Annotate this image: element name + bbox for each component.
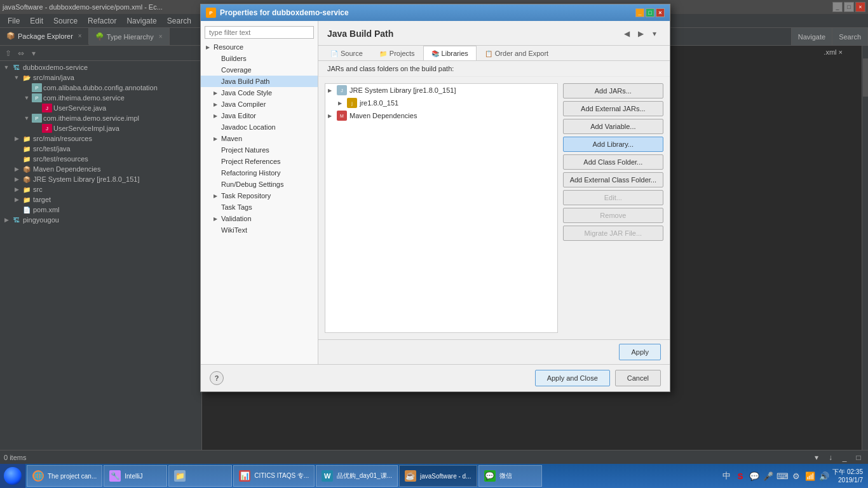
nav-javadoc-location[interactable]: Javadoc Location bbox=[201, 121, 318, 133]
dialog-close-button[interactable]: × bbox=[656, 8, 665, 17]
apply-row: Apply bbox=[318, 339, 670, 364]
jar-lib-icon: j bbox=[347, 98, 357, 108]
dialog-overlay: P Properties for dubboxdemo-service _ □ … bbox=[0, 0, 868, 488]
nav-java-build-path[interactable]: Java Build Path bbox=[201, 76, 318, 87]
dialog-title-icon: P bbox=[206, 8, 216, 18]
nav-expand-arrow: ▶ bbox=[214, 90, 221, 96]
section-title: Java Build Path bbox=[327, 29, 393, 39]
maven-lib-icon: M bbox=[337, 111, 347, 121]
nav-expand-arrow: ▶ bbox=[214, 113, 221, 119]
jre-lib-icon: J bbox=[337, 85, 347, 95]
dialog-nav: ▶ Resource Builders Coverage Java Build … bbox=[201, 21, 318, 364]
nav-validation[interactable]: ▶ Validation bbox=[201, 213, 318, 224]
add-library-button[interactable]: Add Library... bbox=[563, 137, 663, 152]
nav-refactoring-history[interactable]: Refactoring History bbox=[201, 167, 318, 179]
nav-forward-button[interactable]: ▶ bbox=[634, 27, 647, 40]
lib-expand-icon: ▶ bbox=[338, 100, 347, 106]
projects-tab-icon: 📁 bbox=[379, 50, 387, 57]
nav-maven[interactable]: ▶ Maven bbox=[201, 133, 318, 144]
nav-dropdown-button[interactable]: ▾ bbox=[648, 27, 661, 40]
dialog-maximize-button[interactable]: □ bbox=[646, 8, 654, 17]
nav-expand-arrow: ▶ bbox=[214, 193, 221, 199]
nav-resource[interactable]: ▶ Resource bbox=[201, 41, 318, 53]
lib-item-maven[interactable]: ▶ M Maven Dependencies bbox=[325, 109, 557, 122]
source-tab-icon: 📄 bbox=[330, 50, 338, 57]
lib-item-jre151[interactable]: ▶ j jre1.8.0_151 bbox=[325, 97, 557, 109]
order-export-tab-icon: 📋 bbox=[485, 50, 492, 57]
tab-order-export[interactable]: 📋 Order and Export bbox=[477, 46, 557, 60]
tab-source[interactable]: 📄 Source bbox=[322, 46, 371, 60]
lib-expand-icon: ▶ bbox=[328, 88, 337, 93]
dialog-minimize-button[interactable]: _ bbox=[635, 8, 644, 17]
nav-expand-arrow: ▶ bbox=[214, 136, 221, 142]
help-button[interactable]: ? bbox=[210, 371, 224, 385]
dialog-content-tabs: 📄 Source 📁 Projects 📚 Libraries 📋 Order … bbox=[318, 46, 670, 61]
nav-expand-arrow: ▶ bbox=[206, 44, 214, 50]
nav-builders[interactable]: Builders bbox=[201, 53, 318, 64]
properties-dialog: P Properties for dubboxdemo-service _ □ … bbox=[200, 4, 670, 392]
lib-expand-icon: ▶ bbox=[328, 113, 337, 119]
lib-description: JARs and class folders on the build path… bbox=[318, 61, 670, 77]
nav-task-repository[interactable]: ▶ Task Repository bbox=[201, 190, 318, 201]
lib-list[interactable]: ▶ J JRE System Library [jre1.8.0_151] ▶ … bbox=[325, 83, 558, 333]
nav-expand-arrow: ▶ bbox=[214, 216, 221, 222]
add-class-folder-button[interactable]: Add Class Folder... bbox=[563, 154, 663, 170]
add-external-jars-button[interactable]: Add External JARs... bbox=[563, 101, 663, 116]
cancel-button[interactable]: Cancel bbox=[615, 370, 661, 386]
nav-run-debug-settings[interactable]: Run/Debug Settings bbox=[201, 179, 318, 190]
tab-projects[interactable]: 📁 Projects bbox=[371, 46, 423, 60]
nav-back-button[interactable]: ◀ bbox=[620, 27, 633, 40]
dialog-title-text: Properties for dubboxdemo-service bbox=[220, 8, 635, 17]
nav-arrows: ◀ ▶ ▾ bbox=[620, 27, 661, 40]
tab-libraries[interactable]: 📚 Libraries bbox=[423, 46, 477, 60]
apply-button[interactable]: Apply bbox=[619, 344, 661, 360]
nav-project-natures[interactable]: Project Natures bbox=[201, 144, 318, 156]
nav-java-editor[interactable]: ▶ Java Editor bbox=[201, 110, 318, 121]
dialog-title-bar: P Properties for dubboxdemo-service _ □ … bbox=[201, 4, 670, 21]
add-variable-button[interactable]: Add Variable... bbox=[563, 119, 663, 134]
dialog-title-buttons: _ □ × bbox=[635, 8, 665, 17]
dialog-content: Java Build Path ◀ ▶ ▾ 📄 Source 📁 bbox=[318, 21, 670, 364]
dialog-section-header: Java Build Path ◀ ▶ ▾ bbox=[318, 21, 670, 46]
nav-task-tags[interactable]: Task Tags bbox=[201, 201, 318, 213]
migrate-jar-button: Migrate JAR File... bbox=[563, 226, 663, 241]
add-ext-class-folder-button[interactable]: Add External Class Folder... bbox=[563, 172, 663, 187]
add-jars-button[interactable]: Add JARs... bbox=[563, 83, 663, 98]
edit-button: Edit... bbox=[563, 190, 663, 205]
nav-java-code-style[interactable]: ▶ Java Code Style bbox=[201, 87, 318, 98]
dialog-footer: ? Apply and Close Cancel bbox=[201, 364, 670, 391]
remove-button: Remove bbox=[563, 208, 663, 223]
lib-button-panel: Add JARs... Add External JARs... Add Var… bbox=[563, 83, 663, 333]
nav-expand-arrow: ▶ bbox=[214, 102, 221, 107]
apply-and-close-button[interactable]: Apply and Close bbox=[535, 370, 610, 386]
libraries-tab-icon: 📚 bbox=[431, 50, 439, 57]
lib-item-jre[interactable]: ▶ J JRE System Library [jre1.8.0_151] bbox=[325, 84, 557, 97]
dialog-main-area: ▶ J JRE System Library [jre1.8.0_151] ▶ … bbox=[318, 77, 670, 339]
filter-input[interactable] bbox=[205, 26, 314, 39]
nav-java-compiler[interactable]: ▶ Java Compiler bbox=[201, 98, 318, 110]
nav-coverage[interactable]: Coverage bbox=[201, 64, 318, 76]
nav-project-references[interactable]: Project References bbox=[201, 156, 318, 167]
nav-wikitext[interactable]: WikiText bbox=[201, 224, 318, 236]
dialog-body: ▶ Resource Builders Coverage Java Build … bbox=[201, 21, 670, 364]
